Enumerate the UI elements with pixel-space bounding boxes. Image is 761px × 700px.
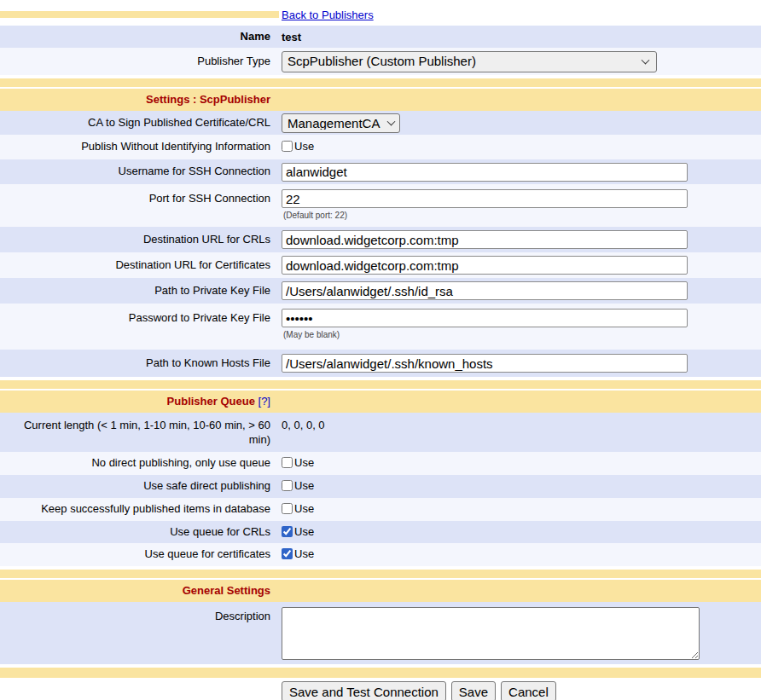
safe-direct-checkbox-label: Use xyxy=(294,479,314,492)
general-section-title: General Settings xyxy=(0,581,279,602)
section-separator xyxy=(0,380,761,389)
safe-direct-checkbox-group: Use xyxy=(282,479,314,492)
queue-length-row: Current length (< 1 min, 1-10 min, 10-60… xyxy=(0,413,761,452)
keep-published-checkbox[interactable] xyxy=(282,503,293,514)
queue-only-checkbox-group: Use xyxy=(282,456,314,469)
port-default-note: (Default port: 22) xyxy=(282,211,754,220)
publisher-type-label: Publisher Type xyxy=(0,51,279,72)
section-separator xyxy=(0,78,761,87)
anonymize-checkbox-label: Use xyxy=(294,140,314,153)
save-button[interactable]: Save xyxy=(451,681,496,700)
key-path-label: Path to Private Key File xyxy=(0,281,279,302)
queue-crls-label: Use queue for CRLs xyxy=(0,522,279,543)
queue-crls-checkbox-label: Use xyxy=(294,525,314,538)
key-path-input[interactable] xyxy=(282,281,688,300)
name-row: Name test xyxy=(0,26,761,48)
section-separator xyxy=(0,570,761,578)
port-row: Port for SSH Connection (Default port: 2… xyxy=(0,184,761,227)
header-row: Back to Publishers xyxy=(0,3,761,26)
name-value: test xyxy=(279,29,761,45)
back-to-publishers-link[interactable]: Back to Publishers xyxy=(282,9,374,21)
key-password-note: (May be blank) xyxy=(282,330,754,339)
known-hosts-label: Path to Known Hosts File xyxy=(0,353,279,374)
queue-certs-checkbox-group: Use xyxy=(282,547,314,560)
cert-url-input[interactable] xyxy=(282,256,688,275)
cert-url-label: Destination URL for Certificates xyxy=(0,255,279,276)
anonymize-label: Publish Without Identifying Information xyxy=(0,136,279,158)
save-and-test-connection-button[interactable]: Save and Test Connection xyxy=(282,681,446,700)
queue-only-checkbox-label: Use xyxy=(294,456,314,469)
username-row: Username for SSH Connection xyxy=(0,159,761,184)
safe-direct-label: Use safe direct publishing xyxy=(0,476,279,497)
anonymize-row: Publish Without Identifying Information … xyxy=(0,135,761,159)
ca-label: CA to Sign Published Certificate/CRL xyxy=(0,113,279,134)
actions-row: Save and Test Connection Save Cancel xyxy=(0,680,761,700)
queue-crls-checkbox[interactable] xyxy=(282,526,293,537)
publisher-edit-page: Back to Publishers Name test Publisher T… xyxy=(0,0,761,700)
keep-published-checkbox-group: Use xyxy=(282,502,314,515)
publisher-type-row: Publisher Type ScpPublisher (Custom Publ… xyxy=(0,48,761,75)
queue-only-checkbox[interactable] xyxy=(282,457,293,468)
queue-crls-row: Use queue for CRLs Use xyxy=(0,521,761,543)
keep-published-row: Keep successfully published items in dat… xyxy=(0,498,761,521)
name-label: Name xyxy=(0,26,279,48)
key-path-row: Path to Private Key File xyxy=(0,278,761,304)
known-hosts-input[interactable] xyxy=(282,354,688,373)
queue-help-link[interactable]: [?] xyxy=(259,395,270,408)
ca-row: CA to Sign Published Certificate/CRL Man… xyxy=(0,111,761,135)
port-label: Port for SSH Connection xyxy=(0,184,279,210)
general-section-header: General Settings xyxy=(0,580,761,602)
publisher-type-select[interactable]: ScpPublisher (Custom Publisher) xyxy=(282,51,657,72)
section-separator xyxy=(0,668,761,678)
keep-published-checkbox-label: Use xyxy=(294,502,314,515)
crl-url-label: Destination URL for CRLs xyxy=(0,229,279,251)
queue-length-value: 0, 0, 0, 0 xyxy=(279,413,761,433)
queue-section-header: Publisher Queue [?] xyxy=(0,390,761,413)
username-input[interactable] xyxy=(282,163,688,182)
description-row: Description xyxy=(0,602,761,664)
keep-published-label: Keep successfully published items in dat… xyxy=(0,499,279,520)
header-left-band xyxy=(0,11,279,18)
anonymize-checkbox[interactable] xyxy=(282,141,293,152)
crl-url-input[interactable] xyxy=(282,230,688,249)
settings-section-title: Settings : ScpPublisher xyxy=(0,90,279,111)
queue-crls-checkbox-group: Use xyxy=(282,525,314,538)
key-password-label: Password to Private Key File xyxy=(0,304,279,329)
queue-section-title: Publisher Queue xyxy=(167,395,255,408)
username-label: Username for SSH Connection xyxy=(0,161,279,182)
queue-certs-checkbox-label: Use xyxy=(294,547,314,560)
known-hosts-row: Path to Known Hosts File xyxy=(0,350,761,377)
description-label: Description xyxy=(0,602,279,628)
queue-certs-row: Use queue for certificates Use xyxy=(0,543,761,566)
crl-url-row: Destination URL for CRLs xyxy=(0,227,761,252)
safe-direct-checkbox[interactable] xyxy=(282,480,293,491)
queue-certs-checkbox[interactable] xyxy=(282,548,293,559)
key-password-row: Password to Private Key File (May be bla… xyxy=(0,304,761,350)
description-textarea[interactable] xyxy=(282,607,700,660)
cancel-button[interactable]: Cancel xyxy=(501,681,556,700)
ca-select[interactable]: ManagementCA xyxy=(282,113,400,133)
queue-length-label: Current length (< 1 min, 1-10 min, 10-60… xyxy=(0,413,279,451)
port-input[interactable] xyxy=(282,189,688,208)
cert-url-row: Destination URL for Certificates xyxy=(0,252,761,278)
anonymize-checkbox-group: Use xyxy=(282,140,314,153)
queue-only-label: No direct publishing, only use queue xyxy=(0,453,279,474)
safe-direct-row: Use safe direct publishing Use xyxy=(0,475,761,498)
queue-only-row: No direct publishing, only use queue Use xyxy=(0,452,761,475)
queue-certs-label: Use queue for certificates xyxy=(0,544,279,565)
settings-section-header: Settings : ScpPublisher xyxy=(0,89,761,111)
key-password-input[interactable] xyxy=(282,309,688,327)
